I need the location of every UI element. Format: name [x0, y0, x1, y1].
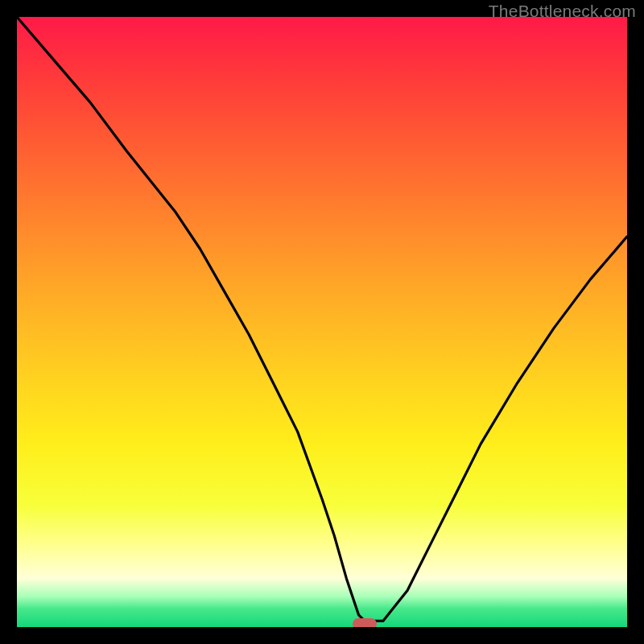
chart-frame: TheBottleneck.com	[0, 0, 644, 644]
bottleneck-curve	[17, 17, 627, 627]
minimum-marker	[353, 618, 377, 627]
plot-area	[17, 17, 627, 627]
